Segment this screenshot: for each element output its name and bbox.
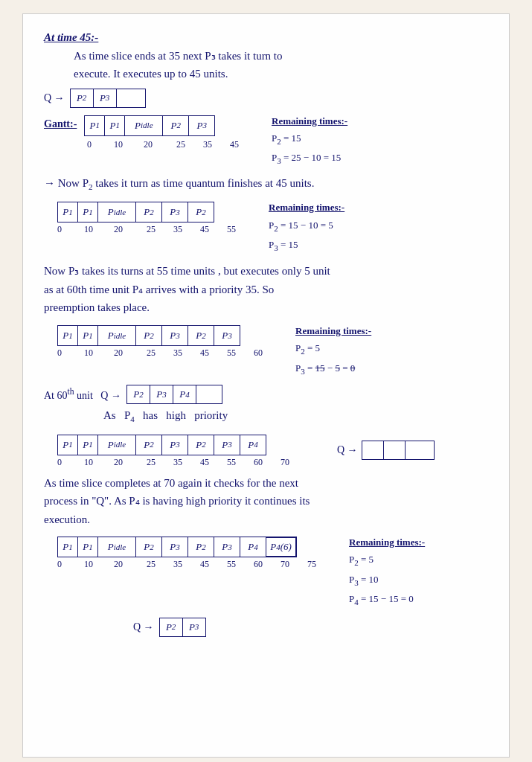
at60-q-cell4 (196, 385, 222, 404)
gantt5-cell-p1b: P1 (77, 537, 98, 557)
queue1-cell1: P2 (70, 89, 94, 108)
gantt2-cell-p3: P3 (161, 202, 188, 222)
timeslice70-line1: As time slice completes at 70 again it c… (44, 475, 488, 492)
remaining2-box: Remaining times:- P2 = 15 − 10 = 5 P3 = … (269, 199, 344, 255)
gantt1-lbl20: 20 (129, 138, 167, 151)
remaining3-box: Remaining times:- P2 = 5 P3 = 15 − 5 = 0 (295, 322, 371, 379)
time-heading: At time 45:- (44, 29, 488, 46)
gantt3-cell-p2: P2 (135, 325, 162, 346)
gantt5-cell-p3: P3 (161, 537, 188, 557)
gantt3-cell-p2b: P2 (188, 325, 214, 346)
gantt3-cell-p1b: P1 (77, 325, 98, 346)
queue1-label: Q → (44, 90, 65, 106)
gantt4-lbl10: 10 (78, 455, 99, 469)
main-page: At time 45:- As time slice ends at 35 ne… (22, 13, 510, 758)
gantt5-lbl25: 25 (138, 557, 164, 571)
at60-q-cell1: P2 (126, 385, 150, 404)
remaining2-title: Remaining times:- (269, 199, 344, 216)
gantt4-wrapper: P1 P1 Pidle P2 P3 P2 P3 P4 0 10 20 25 35… (44, 432, 488, 469)
gantt3-lbl60: 60 (245, 346, 272, 359)
gantt5-left: P1 P1 Pidle P2 P3 P2 P3 P4 P4(6) 0 10 20… (44, 534, 325, 571)
p2-turn-line1: → Now P2 takes it turn as time quantum f… (44, 175, 488, 193)
gantt4-cell-p4: P4 (240, 435, 266, 455)
header-section: At time 45:- As time slice ends at 35 ne… (44, 29, 488, 83)
gantt2-cell-pidle: Pidle (97, 202, 136, 222)
gantt2-cell-p1b: P1 (77, 202, 98, 222)
gantt2-wrapper: P1 P1 Pidle P2 P3 P2 0 10 20 25 35 45 55… (44, 199, 488, 255)
remaining5-box: Remaining times:- P2 = 5 P3 = 10 P4 = 15… (349, 534, 425, 610)
remaining1-box: Remaining times:- P2 = 15 P3 = 25 − 10 =… (272, 112, 347, 169)
header-line2: execute. It executes up to 45 units. (74, 65, 488, 83)
remaining5-line1: P2 = 5 (349, 551, 425, 570)
gantt2-cell-p1a: P1 (57, 202, 78, 222)
remaining3-line2: P3 = 15 − 5 = 0 (295, 359, 371, 379)
remaining1-line2: P3 = 25 − 10 = 15 (272, 149, 347, 168)
gantt2-row: P1 P1 Pidle P2 P3 P2 (57, 202, 245, 222)
gantt4-lbl70: 70 (272, 455, 298, 469)
gantt1-cell-p1a: P1 (84, 115, 105, 136)
gantt4-lbl60: 60 (245, 455, 272, 469)
gantt4-lbl45: 45 (191, 455, 218, 469)
gantt2-lbl0: 0 (57, 222, 78, 236)
gantt4-lbl35: 35 (164, 455, 191, 469)
at60-q-cell3: P4 (173, 385, 196, 404)
remaining5-title: Remaining times:- (349, 534, 425, 551)
gantt5-cell-p1a: P1 (57, 537, 78, 557)
gantt4-queue: Q → (337, 438, 435, 463)
gantt3-cell-p3: P3 (161, 325, 188, 346)
remaining2-line1: P2 = 15 − 10 = 5 (269, 217, 344, 236)
time-label: At time 45:- (44, 31, 98, 43)
gantt1-lbl35: 35 (194, 138, 221, 151)
gantt3-lbl0: 0 (57, 346, 78, 359)
queue1-cell3 (116, 89, 146, 108)
gantt3-wrapper: P1 P1 Pidle P2 P3 P2 P3 0 10 20 25 35 45… (44, 322, 488, 379)
timeslice70-section: As time slice completes at 70 again it c… (44, 475, 488, 528)
remaining2-line2: P3 = 15 (269, 236, 344, 255)
gantt2-lbl10: 10 (78, 222, 99, 236)
gantt3-left: P1 P1 Pidle P2 P3 P2 P3 0 10 20 25 35 45… (44, 322, 272, 359)
gantt1-lbl0: 0 (87, 138, 108, 151)
timeslice70-line2: process in "Q". As P₄ is having high pri… (44, 493, 488, 510)
gantt3-cell-pidle: Pidle (97, 325, 136, 346)
gantt4-cell-p1a: P1 (57, 435, 78, 455)
remaining5-line2: P3 = 10 (349, 571, 425, 590)
gantt2-lbl25: 25 (138, 222, 164, 236)
final-queue-row: Q → P2 P3 (133, 618, 488, 637)
at60-section: At 60th unit Q → P2 P3 P4 As P4 has high… (44, 385, 488, 426)
gantt4-lbl25: 25 (138, 455, 164, 469)
final-queue-label: Q → (133, 619, 154, 635)
remaining5-line3: P4 = 15 − 15 = 0 (349, 590, 425, 609)
gantt4-q-label: Q → (337, 442, 358, 458)
gantt2-cell-p2: P2 (135, 202, 162, 222)
gantt3-row: P1 P1 Pidle P2 P3 P2 P3 (57, 325, 272, 346)
remaining1-line1: P2 = 15 (272, 129, 347, 149)
gantt1-cell-p2: P2 (162, 115, 189, 136)
gantt3-lbl35: 35 (164, 346, 191, 359)
gantt1-lbl25: 25 (167, 138, 194, 151)
gantt1-cell-p3: P3 (188, 115, 215, 136)
gantt4-cell-p3: P3 (161, 435, 188, 455)
gantt1-row: P1 P1 Pidle P2 P3 (84, 115, 215, 136)
gantt2-lbl45: 45 (191, 222, 218, 236)
gantt1-labels: 0 10 20 25 35 45 (87, 138, 248, 151)
gantt4-labels: 0 10 20 25 35 45 55 60 70 (57, 455, 298, 469)
gantt5-wrapper: P1 P1 Pidle P2 P3 P2 P3 P4 P4(6) 0 10 20… (44, 534, 488, 610)
gantt3-labels: 0 10 20 25 35 45 55 60 (57, 346, 272, 359)
at60-queue-row: At 60th unit Q → P2 P3 P4 (44, 385, 488, 404)
gantt2-labels: 0 10 20 25 35 45 55 (57, 222, 245, 236)
gantt1-lbl45: 45 (221, 138, 248, 151)
gantt2-lbl20: 20 (99, 222, 138, 236)
gantt5-cell-p4b: P4(6) (266, 537, 297, 557)
gantt4-cell-p1b: P1 (77, 435, 98, 455)
final-queue-cell1: P2 (159, 618, 183, 637)
timeslice70-line3: execution. (44, 511, 488, 528)
gantt1-left: Gantt:- P1 P1 Pidle P2 P3 0 10 20 25 35 … (44, 112, 248, 151)
gantt4-cell-pidle: Pidle (97, 435, 136, 455)
gantt5-lbl0: 0 (57, 557, 78, 571)
gantt5-labels: 0 10 20 25 35 45 55 60 70 75 (57, 557, 325, 571)
gantt2-lbl35: 35 (164, 222, 191, 236)
gantt5-lbl60: 60 (245, 557, 272, 571)
gantt5-cell-p3b: P3 (214, 537, 240, 557)
gantt5-lbl10: 10 (78, 557, 99, 571)
gantt5-lbl55: 55 (218, 557, 245, 571)
